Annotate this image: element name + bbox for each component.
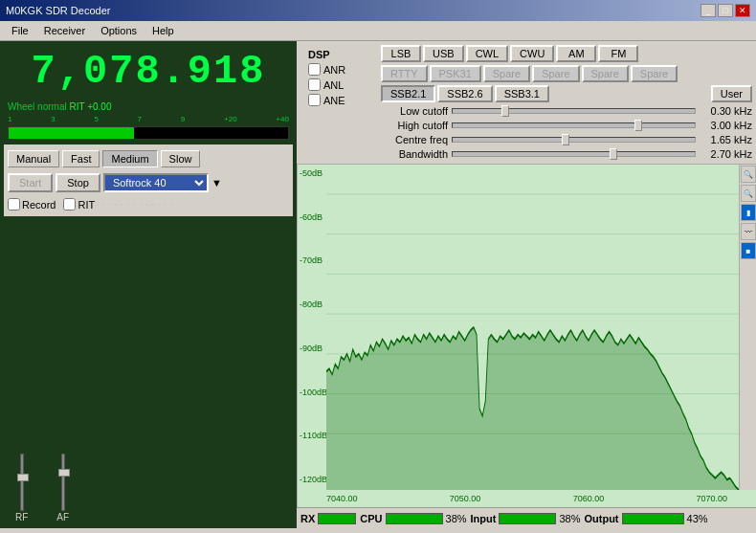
manual-button[interactable]: Manual [8, 150, 59, 167]
high-cutoff-label: High cutoff [381, 120, 448, 131]
ane-checkbox-item: ANE [308, 94, 369, 106]
close-button[interactable]: ✕ [735, 4, 750, 17]
rf-slider-group: RF [15, 454, 28, 522]
fill-button[interactable]: ■ [741, 242, 756, 259]
meter-scale-row: 1 3 5 7 9 +20 +40 [4, 115, 293, 123]
db-label-50: -50dB [300, 168, 327, 178]
medium-button[interactable]: Medium [102, 150, 157, 167]
anr-checkbox-item: ANR [308, 63, 369, 76]
anl-checkbox[interactable] [308, 78, 321, 91]
centre-freq-thumb[interactable] [562, 134, 569, 145]
af-slider-thumb[interactable] [58, 469, 70, 477]
spectrum-area: -50dB -60dB -70dB -80dB -90dB -100dB -11… [297, 164, 756, 507]
menu-help[interactable]: Help [145, 23, 182, 38]
db-label-70: -70dB [300, 255, 327, 265]
input-value: 38% [559, 513, 580, 524]
fast-button[interactable]: Fast [62, 150, 100, 167]
low-cutoff-row: Low cutoff 0.30 kHz [381, 105, 752, 117]
minimize-button[interactable]: _ [700, 4, 716, 17]
ssb26-button[interactable]: SSB2.6 [437, 85, 492, 102]
cpu-status: CPU 38% [360, 513, 466, 524]
bar-chart-button[interactable]: ▮ [741, 204, 756, 221]
spectrum-svg [326, 165, 739, 490]
am-button[interactable]: AM [556, 45, 596, 62]
db-label-120: -120dB [300, 475, 327, 484]
record-checkbox[interactable] [8, 198, 20, 211]
rit-label: Wheel normal [8, 101, 67, 112]
output-value: 43% [687, 513, 708, 524]
right-controls: LSB USB CWL CWU AM FM RTTY PSK31 Spare S… [381, 45, 752, 160]
af-slider[interactable] [61, 454, 65, 511]
freq-label-7050: 7050.00 [450, 494, 481, 503]
slow-button[interactable]: Slow [161, 150, 201, 167]
rit-slider-dots: · · · · · · · · · · · · [102, 200, 173, 209]
freq-labels: 7040.00 7050.00 7060.00 7070.00 [326, 490, 727, 507]
lsb-button[interactable]: LSB [381, 45, 421, 62]
mode-row-1: LSB USB CWL CWU AM FM [381, 45, 752, 62]
input-label: Input [471, 513, 497, 524]
frequency-display: 7,078.918 [4, 45, 293, 99]
db-label-100: -100dB [300, 388, 327, 397]
mode-row-3: SSB2.1 SSB2.6 SSB3.1 User [381, 85, 752, 102]
right-panel: DSP ANR ANL ANE LSB USB [297, 41, 756, 528]
ane-label: ANE [323, 95, 345, 106]
rit-line: Wheel normal RIT +0.00 [4, 101, 293, 112]
speed-buttons: Manual Fast Medium Slow [6, 148, 291, 169]
signal-meter [4, 126, 293, 140]
anr-checkbox[interactable] [308, 63, 321, 76]
bandwidth-thumb[interactable] [610, 148, 617, 160]
spare3-button[interactable]: Spare [582, 65, 629, 82]
rf-slider[interactable] [20, 454, 24, 511]
spare1-button[interactable]: Spare [483, 65, 530, 82]
high-cutoff-thumb[interactable] [634, 120, 642, 131]
start-button[interactable]: Start [8, 173, 53, 192]
cpu-label: CPU [360, 513, 382, 524]
anr-label: ANR [323, 64, 345, 76]
rit-checkbox[interactable] [63, 198, 76, 211]
meter-bar-fill [9, 127, 134, 139]
cpu-bar [386, 513, 443, 524]
zoom-out-button[interactable]: 🔍 [741, 185, 756, 202]
anl-checkbox-item: ANL [308, 78, 369, 91]
rf-af-area: RF AF [4, 219, 293, 524]
title-bar-buttons: _ □ ✕ [700, 4, 750, 17]
anl-label: ANL [323, 79, 344, 91]
usb-button[interactable]: USB [423, 45, 464, 62]
centre-freq-slider[interactable] [452, 137, 696, 143]
record-checkbox-item: Record [8, 198, 56, 211]
menu-receiver[interactable]: Receiver [36, 23, 93, 38]
spectrum-scroll-buttons: 🔍 🔍 ▮ 〰 ■ [739, 165, 756, 490]
rit-slider-area[interactable]: · · · · · · · · · · · · [102, 200, 289, 209]
low-cutoff-label: Low cutoff [381, 105, 448, 117]
maximize-button[interactable]: □ [718, 4, 733, 17]
controls-area: Manual Fast Medium Slow Start Stop Softr… [4, 144, 293, 216]
high-cutoff-slider[interactable] [452, 122, 696, 128]
spare4-button[interactable]: Spare [631, 65, 678, 82]
stop-button[interactable]: Stop [56, 173, 100, 192]
menu-file[interactable]: File [4, 23, 36, 38]
ssb31-button[interactable]: SSB3.1 [495, 85, 549, 102]
zoom-in-button[interactable]: 🔍 [741, 166, 756, 183]
device-dropdown[interactable]: Softrock 40 [103, 173, 209, 192]
low-cutoff-slider[interactable] [452, 108, 696, 114]
rf-slider-thumb[interactable] [17, 474, 29, 481]
user-button[interactable]: User [711, 85, 752, 102]
input-bar [499, 513, 556, 524]
dsp-area: DSP ANR ANL ANE [300, 45, 377, 160]
db-labels: -50dB -60dB -70dB -80dB -90dB -100dB -11… [298, 165, 329, 488]
fm-button[interactable]: FM [598, 45, 638, 62]
spare2-button[interactable]: Spare [532, 65, 579, 82]
ane-checkbox[interactable] [308, 94, 321, 106]
meter-bar-container [8, 126, 289, 140]
status-bar: RX CPU 38% Input 38% Output 43% [297, 507, 756, 528]
wave-button[interactable]: 〰 [741, 223, 756, 240]
output-label: Output [584, 513, 618, 524]
ssb21-button[interactable]: SSB2.1 [381, 85, 435, 102]
cwl-button[interactable]: CWL [466, 45, 508, 62]
psk31-button[interactable]: PSK31 [430, 65, 481, 82]
menu-options[interactable]: Options [93, 23, 145, 38]
cwu-button[interactable]: CWU [510, 45, 554, 62]
rtty-button[interactable]: RTTY [381, 65, 428, 82]
low-cutoff-thumb[interactable] [501, 105, 509, 117]
bandwidth-slider[interactable] [452, 151, 696, 157]
